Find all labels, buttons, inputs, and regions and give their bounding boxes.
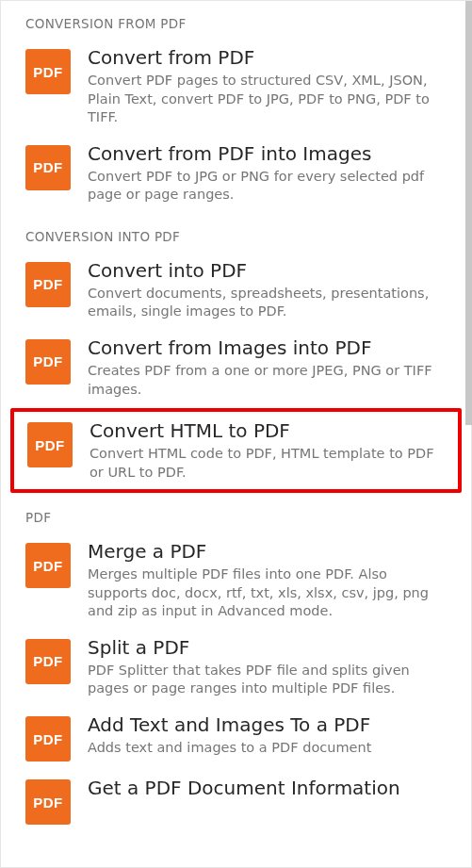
convert-from-pdf-into-images[interactable]: PDF Convert from PDF into Images Convert…	[1, 135, 471, 212]
convert-into-pdf[interactable]: PDF Convert into PDF Convert documents, …	[1, 252, 471, 329]
pdf-icon: PDF	[25, 543, 71, 588]
pdf-icon: PDF	[25, 639, 71, 684]
item-title: Convert from PDF	[88, 46, 447, 70]
merge-a-pdf[interactable]: PDF Merge a PDF Merges multiple PDF file…	[1, 532, 471, 629]
item-desc: PDF Splitter that takes PDF file and spl…	[88, 662, 447, 698]
item-title: Convert from PDF into Images	[88, 142, 447, 166]
section-header: CONVERSION FROM PDF	[1, 8, 471, 39]
scrollbar-thumb[interactable]	[465, 1, 472, 425]
item-title: Convert HTML to PDF	[90, 419, 445, 443]
item-desc: Merges multiple PDF files into one PDF. …	[88, 565, 447, 621]
item-title: Add Text and Images To a PDF	[88, 713, 447, 737]
convert-from-pdf[interactable]: PDF Convert from PDF Convert PDF pages t…	[1, 39, 471, 135]
item-desc: Convert HTML code to PDF, HTML template …	[90, 445, 445, 482]
item-text: Convert from PDF into Images Convert PDF…	[88, 142, 447, 205]
item-text: Merge a PDF Merges multiple PDF files in…	[88, 540, 447, 621]
item-desc: Creates PDF from a one or more JPEG, PNG…	[88, 362, 447, 399]
section-header: PDF	[1, 502, 471, 532]
item-title: Convert from Images into PDF	[88, 336, 447, 360]
item-text: Convert from Images into PDF Creates PDF…	[88, 336, 447, 399]
item-desc: Convert PDF pages to structured CSV, XML…	[88, 72, 447, 127]
item-text: Add Text and Images To a PDF Adds text a…	[88, 713, 447, 758]
item-title: Get a PDF Document Information	[88, 777, 447, 800]
highlighted-item: PDF Convert HTML to PDF Convert HTML cod…	[10, 408, 462, 493]
item-text: Convert from PDF Convert PDF pages to st…	[88, 46, 447, 127]
item-text: Convert HTML to PDF Convert HTML code to…	[90, 419, 445, 482]
split-a-pdf[interactable]: PDF Split a PDF PDF Splitter that takes …	[1, 629, 471, 706]
item-text: Split a PDF PDF Splitter that takes PDF …	[88, 636, 447, 698]
pdf-icon: PDF	[25, 779, 71, 825]
item-desc: Convert PDF to JPG or PNG for every sele…	[88, 168, 447, 205]
item-title: Convert into PDF	[88, 259, 447, 283]
convert-html-to-pdf[interactable]: PDF Convert HTML to PDF Convert HTML cod…	[14, 412, 458, 489]
item-title: Merge a PDF	[88, 540, 447, 564]
item-text: Get a PDF Document Information	[88, 777, 447, 802]
item-desc: Convert documents, spreadsheets, present…	[88, 285, 447, 321]
item-desc: Adds text and images to a PDF document	[88, 739, 447, 758]
convert-from-images-into-pdf[interactable]: PDF Convert from Images into PDF Creates…	[1, 329, 471, 406]
action-picker-panel: CONVERSION FROM PDF PDF Convert from PDF…	[0, 0, 472, 868]
pdf-icon: PDF	[25, 339, 71, 385]
add-text-and-images-to-a-pdf[interactable]: PDF Add Text and Images To a PDF Adds te…	[1, 706, 471, 769]
pdf-icon: PDF	[25, 716, 71, 762]
pdf-icon: PDF	[25, 145, 71, 190]
get-a-pdf-document-information[interactable]: PDF Get a PDF Document Information	[1, 769, 471, 832]
section-header: CONVERSION INTO PDF	[1, 221, 471, 252]
pdf-icon: PDF	[25, 262, 71, 307]
item-title: Split a PDF	[88, 636, 447, 660]
item-text: Convert into PDF Convert documents, spre…	[88, 259, 447, 321]
pdf-icon: PDF	[25, 49, 71, 94]
pdf-icon: PDF	[27, 422, 73, 467]
